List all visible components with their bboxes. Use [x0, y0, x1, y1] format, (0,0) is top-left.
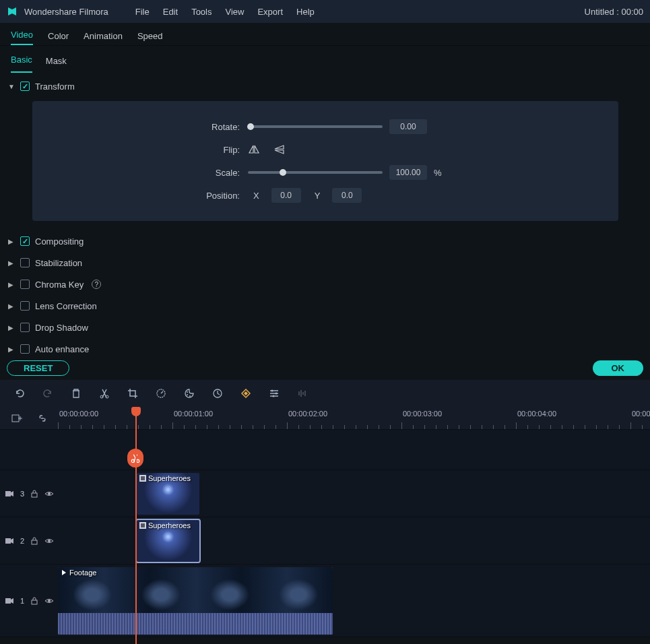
drop-shadow-checkbox[interactable] — [20, 323, 30, 332]
eye-icon[interactable] — [44, 598, 54, 604]
menu-view[interactable]: View — [218, 4, 251, 20]
chevron-right-icon[interactable]: ▶ — [8, 324, 15, 331]
rotate-slider[interactable] — [248, 125, 383, 128]
transform-checkbox[interactable] — [20, 82, 30, 91]
svg-point-7 — [271, 390, 273, 392]
ruler-tick: 00:00:02:00 — [288, 410, 327, 418]
chevron-down-icon[interactable]: ▼ — [8, 83, 15, 90]
reset-button[interactable]: RESET — [7, 360, 69, 376]
lock-icon[interactable] — [31, 490, 38, 498]
audio-icon[interactable] — [296, 387, 308, 399]
tab-video[interactable]: Video — [11, 24, 33, 45]
svg-rect-24 — [32, 600, 37, 604]
split-icon[interactable] — [98, 387, 110, 399]
svg-point-9 — [273, 395, 275, 397]
flip-vertical-icon[interactable] — [273, 143, 286, 156]
rotate-value[interactable]: 0.00 — [389, 119, 427, 134]
svg-rect-13 — [5, 491, 11, 496]
ok-button[interactable]: OK — [593, 360, 644, 376]
stabilization-checkbox[interactable] — [20, 258, 30, 267]
flip-horizontal-icon[interactable] — [248, 143, 260, 156]
chevron-right-icon[interactable]: ▶ — [8, 259, 15, 267]
delete-icon[interactable] — [70, 387, 82, 399]
lock-icon[interactable] — [31, 597, 38, 605]
section-lens-correction[interactable]: ▶ Lens Correction — [8, 295, 645, 317]
track-2: 2 Superheroes — [0, 517, 650, 565]
track-1: 1 Footage — [0, 565, 650, 637]
add-track-icon[interactable] — [11, 412, 23, 424]
crop-icon[interactable] — [127, 387, 139, 399]
lens-correction-checkbox[interactable] — [20, 301, 30, 311]
link-icon[interactable] — [36, 412, 48, 424]
video-track-icon — [5, 538, 13, 544]
scale-label: Scale: — [59, 168, 248, 178]
menu-export[interactable]: Export — [251, 4, 290, 20]
section-auto-enhance[interactable]: ▶ Auto enhance — [8, 338, 645, 356]
clip-label: Footage — [69, 569, 96, 577]
playhead[interactable] — [135, 407, 137, 644]
menu-edit[interactable]: Edit — [156, 4, 185, 20]
tab-animation[interactable]: Animation — [84, 26, 123, 45]
app-logo-icon — [7, 6, 18, 17]
adjust-icon[interactable] — [268, 387, 280, 399]
scale-slider[interactable] — [248, 171, 383, 174]
subtab-basic[interactable]: Basic — [11, 51, 32, 73]
auto-enhance-checkbox[interactable] — [20, 344, 30, 354]
stabilization-label: Stabilization — [35, 258, 82, 268]
color-icon[interactable] — [183, 387, 195, 399]
position-label: Position: — [59, 191, 248, 201]
timeline: 3 Superheroes 2 Superheroes — [0, 430, 650, 637]
drop-shadow-label: Drop Shadow — [35, 323, 88, 333]
tab-speed[interactable]: Speed — [137, 26, 163, 45]
section-transform[interactable]: ▼ Transform — [8, 75, 645, 97]
chevron-right-icon[interactable]: ▶ — [8, 346, 15, 353]
subtab-mask[interactable]: Mask — [46, 52, 67, 73]
menu-help[interactable]: Help — [290, 4, 321, 20]
video-track-icon — [5, 490, 13, 497]
clip-superheroes-2[interactable]: Superheroes — [137, 520, 199, 562]
undo-icon[interactable] — [13, 387, 26, 399]
svg-rect-18 — [5, 538, 11, 544]
x-label: X — [253, 191, 259, 201]
chevron-right-icon[interactable]: ▶ — [8, 238, 15, 245]
menu-tools[interactable]: Tools — [185, 4, 218, 20]
keyframe-icon[interactable] — [240, 387, 252, 399]
audio-waveform — [58, 613, 333, 635]
transform-label: Transform — [35, 82, 75, 92]
svg-point-20 — [48, 540, 51, 542]
help-icon[interactable]: ? — [92, 280, 101, 289]
track-2-number: 2 — [20, 537, 24, 545]
transform-controls: Rotate: 0.00 Flip: Scale: 100.00 % Posit… — [32, 101, 618, 221]
position-x-value[interactable]: 0.0 — [271, 188, 301, 203]
timeline-ruler[interactable]: 00:00:00:00 00:00:01:00 00:00:02:00 00:0… — [58, 407, 650, 429]
scale-value[interactable]: 100.00 — [389, 165, 427, 180]
clip-footage[interactable]: Footage — [58, 567, 333, 635]
chevron-right-icon[interactable]: ▶ — [8, 302, 15, 310]
chroma-key-checkbox[interactable] — [20, 280, 30, 289]
compositing-checkbox[interactable] — [20, 236, 30, 246]
scale-unit: % — [434, 168, 442, 178]
property-tabs: Video Color Animation Speed — [0, 23, 650, 46]
menu-file[interactable]: File — [129, 4, 156, 20]
section-stabilization[interactable]: ▶ Stabilization — [8, 252, 645, 273]
tab-color[interactable]: Color — [48, 26, 69, 45]
eye-icon[interactable] — [44, 490, 54, 497]
svg-rect-19 — [32, 540, 37, 544]
position-y-value[interactable]: 0.0 — [332, 188, 362, 203]
lock-icon[interactable] — [31, 537, 38, 545]
ruler-tick: 00:00 — [632, 410, 650, 418]
ruler-tick: 00:00:00:00 — [59, 410, 98, 418]
clip-superheroes-1[interactable]: Superheroes — [137, 473, 199, 515]
speed-ramp-icon[interactable] — [212, 387, 224, 399]
y-label: Y — [315, 191, 321, 201]
playhead-head-icon[interactable] — [131, 407, 141, 416]
clip-label: Superheroes — [148, 521, 191, 529]
section-chroma-key[interactable]: ▶ Chroma Key ? — [8, 273, 645, 295]
track-3: 3 Superheroes — [0, 470, 650, 517]
eye-icon[interactable] — [44, 538, 54, 544]
section-drop-shadow[interactable]: ▶ Drop Shadow — [8, 317, 645, 338]
speed-icon[interactable] — [155, 387, 167, 399]
redo-icon[interactable] — [42, 387, 54, 399]
chevron-right-icon[interactable]: ▶ — [8, 281, 15, 288]
section-compositing[interactable]: ▶ Compositing — [8, 230, 645, 252]
